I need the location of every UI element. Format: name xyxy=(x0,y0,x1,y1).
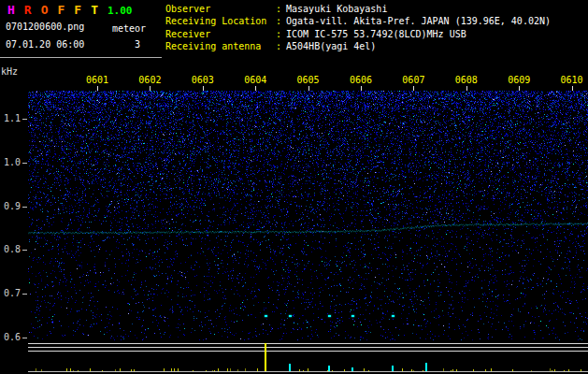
activity-tick xyxy=(451,370,452,371)
app-logo: HROFFT1.00 xyxy=(7,3,132,17)
y-tick-label: 1.1 xyxy=(0,113,21,123)
info-colon: : xyxy=(276,41,281,51)
activity-tick xyxy=(411,369,412,371)
info-label: Receiver xyxy=(165,28,276,40)
info-row-antenna: Receiving antenna:A504HB(yagi 4el) xyxy=(165,40,551,52)
level-line xyxy=(28,351,588,352)
activity-tick xyxy=(491,368,492,371)
info-row-location: Receiving Location:Ogata-vill. Akita-Pre… xyxy=(165,15,551,27)
activity-tick xyxy=(36,368,36,371)
activity-tick xyxy=(368,370,369,371)
y-axis-unit-label: kHz xyxy=(1,66,18,77)
activity-tick xyxy=(193,370,194,371)
activity-tick xyxy=(164,368,165,371)
x-tick-label: 0610 xyxy=(557,75,587,85)
activity-spike xyxy=(328,366,330,371)
y-tick-label: 0.9 xyxy=(0,201,21,211)
y-tick-label: 0.8 xyxy=(0,244,21,254)
activity-tick xyxy=(73,370,74,371)
x-tick-label: 0609 xyxy=(504,75,534,85)
activity-tick xyxy=(178,368,179,371)
info-label: Receiving Location xyxy=(165,15,276,27)
activity-tick xyxy=(257,368,258,371)
activity-tick xyxy=(456,370,457,371)
activity-tick xyxy=(581,369,581,371)
activity-tick xyxy=(473,369,474,371)
info-value: Masayuki Kobayashi xyxy=(286,4,387,14)
activity-tick xyxy=(214,370,215,371)
activity-tick xyxy=(413,370,414,371)
activity-tick xyxy=(552,370,552,371)
logo-letter: H xyxy=(7,3,15,17)
activity-tick xyxy=(66,368,67,371)
station-info: Observer:Masayuki Kobayashi Receiving Lo… xyxy=(165,3,551,53)
activity-tick xyxy=(70,368,71,371)
activity-tick xyxy=(245,368,246,371)
activity-spike xyxy=(392,366,394,371)
activity-tick xyxy=(134,369,135,371)
activity-baseline xyxy=(28,371,588,372)
activity-tick xyxy=(332,370,333,371)
info-row-receiver: Receiver:ICOM IC-575 53.7492(8LCD)MHz US… xyxy=(165,28,551,40)
y-tick-label: 0.6 xyxy=(0,332,21,342)
logo-letter: O xyxy=(41,3,49,17)
y-tick-mark xyxy=(22,338,27,338)
info-value: A504HB(yagi 4el) xyxy=(286,41,376,51)
activity-tick xyxy=(206,370,207,371)
level-line xyxy=(28,347,588,348)
observation-datetime: 07.01.20 06:00 xyxy=(6,39,84,50)
meteor-echo xyxy=(351,315,354,317)
activity-tick xyxy=(115,369,116,371)
activity-tick xyxy=(423,370,423,371)
activity-tick xyxy=(174,368,175,371)
observation-mode: meteor xyxy=(112,23,146,34)
info-value: Ogata-vill. Akita-Pref. JAPAN (139.96E, … xyxy=(286,16,551,26)
activity-tick xyxy=(443,368,444,371)
app-version: 1.00 xyxy=(108,5,133,17)
info-colon: : xyxy=(276,16,281,26)
activity-spike xyxy=(265,343,266,371)
activity-tick xyxy=(102,370,103,371)
activity-spike xyxy=(289,364,291,371)
activity-tick xyxy=(218,368,219,371)
activity-spike xyxy=(351,367,353,371)
app-logo-letters: HROFFT xyxy=(7,3,108,17)
activity-tick xyxy=(78,370,79,371)
info-value: ICOM IC-575 53.7492(8LCD)MHz USB xyxy=(286,29,466,39)
activity-tick xyxy=(303,370,304,371)
activity-tick xyxy=(344,369,345,371)
x-tick-label: 0608 xyxy=(452,75,481,85)
y-tick-label: 0.7 xyxy=(0,288,21,298)
y-tick-mark xyxy=(22,163,27,164)
activity-tick xyxy=(485,369,486,371)
y-tick-mark xyxy=(22,207,27,208)
activity-tick xyxy=(512,369,513,371)
info-colon: : xyxy=(276,4,281,14)
x-tick-label: 0601 xyxy=(82,75,112,85)
echo-count: 3 xyxy=(135,39,140,50)
y-tick-label: 1.0 xyxy=(0,157,21,167)
output-filename: 0701200600.png xyxy=(6,22,84,32)
info-label: Observer xyxy=(165,3,276,15)
meteor-echo xyxy=(265,315,267,317)
x-tick-label: 0603 xyxy=(188,75,218,85)
activity-tick xyxy=(568,369,569,371)
x-tick-label: 0604 xyxy=(240,75,270,85)
activity-tick xyxy=(564,370,565,371)
activity-tick xyxy=(299,369,300,371)
level-line xyxy=(28,343,588,344)
activity-spike xyxy=(425,363,427,371)
spectrogram-canvas xyxy=(28,91,588,340)
logo-letter: R xyxy=(24,3,32,17)
y-tick-mark xyxy=(22,294,27,295)
activity-tick xyxy=(230,368,231,371)
x-tick-label: 0605 xyxy=(294,75,323,85)
activity-tick xyxy=(171,368,172,371)
y-tick-mark xyxy=(22,119,27,120)
activity-tick xyxy=(550,368,551,371)
activity-tick xyxy=(452,369,453,371)
info-colon: : xyxy=(276,29,281,39)
info-row-observer: Observer:Masayuki Kobayashi xyxy=(165,3,551,15)
meteor-echo xyxy=(328,315,331,317)
activity-tick xyxy=(212,370,213,371)
